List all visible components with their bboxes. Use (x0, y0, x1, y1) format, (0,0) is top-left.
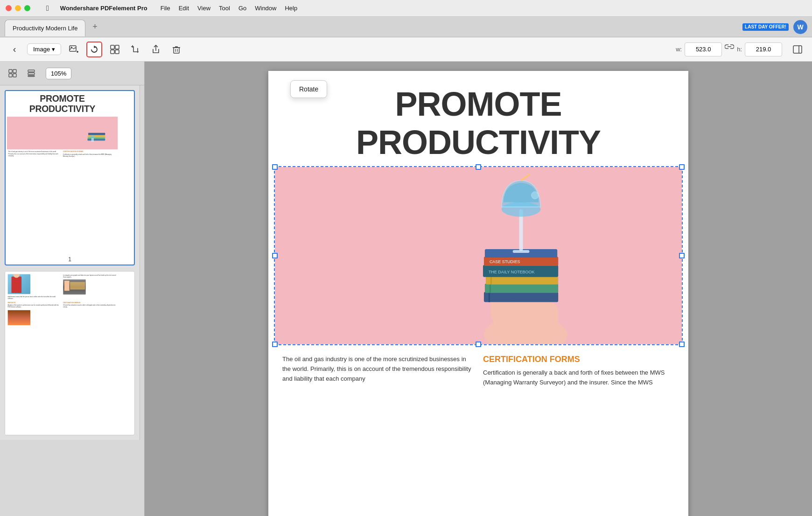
menu-file[interactable]: File (161, 5, 170, 12)
svg-point-45 (531, 192, 539, 199)
svg-rect-42 (513, 250, 530, 253)
resize-handle-tl[interactable] (272, 164, 278, 170)
resize-handle-mr[interactable] (679, 253, 685, 258)
menu-go[interactable]: Go (238, 5, 246, 12)
last-day-badge[interactable]: LAST DAY OFFER! (742, 23, 789, 31)
maximize-button[interactable] (24, 5, 30, 11)
resize-handle-tc[interactable] (476, 164, 481, 170)
pdf-content-area[interactable]: PROMOTE PRODUCTIVITY (145, 62, 812, 516)
svg-rect-33 (490, 284, 491, 293)
svg-rect-34 (486, 276, 558, 285)
crop-button[interactable] (127, 42, 143, 57)
svg-rect-20 (28, 73, 35, 75)
share-button[interactable] (148, 42, 164, 57)
svg-rect-22 (275, 167, 682, 344)
trash-icon (171, 44, 182, 55)
selected-image[interactable]: THE DAILY NOTEBOOK CASE STUDIES (274, 166, 683, 345)
image-dropdown-label: Image (33, 46, 50, 53)
svg-rect-6 (111, 50, 114, 54)
svg-rect-30 (484, 292, 558, 302)
last-day-text: LAST DAY OFFER! (745, 24, 786, 30)
menu-edit[interactable]: Edit (179, 5, 189, 12)
menubar:  Wondershare PDFelement Pro File Edit V… (0, 0, 812, 17)
window-controls (6, 5, 30, 11)
panel-toggle-button[interactable] (790, 42, 805, 57)
add-image-button[interactable] (66, 42, 82, 57)
rotate-button[interactable] (86, 42, 102, 57)
main-area: 105% PROMOTE PRODUCTIVITY (0, 62, 812, 516)
share-icon (151, 44, 161, 55)
add-image-icon (69, 44, 79, 55)
svg-rect-21 (28, 76, 35, 77)
back-arrow-icon: ‹ (13, 44, 16, 55)
chevron-down-icon: ▾ (52, 46, 55, 53)
width-label: w: (676, 46, 682, 53)
menu-tool[interactable]: Tool (219, 5, 230, 12)
svg-text:THE DAILY NOTEBOOK: THE DAILY NOTEBOOK (489, 270, 535, 274)
tab-right-icons: LAST DAY OFFER! W (742, 20, 807, 34)
grid-view-button[interactable] (5, 65, 21, 81)
link-icon (725, 44, 734, 55)
grid-button[interactable] (107, 42, 123, 57)
avatar[interactable]: W (793, 20, 807, 34)
svg-rect-5 (115, 45, 119, 49)
height-label: h: (737, 46, 742, 53)
image-dropdown[interactable]: Image ▾ (27, 43, 61, 55)
menu-help[interactable]: Help (285, 5, 297, 12)
resize-handle-tr[interactable] (679, 164, 685, 170)
sidebar: PROMOTE PRODUCTIVITY (0, 85, 140, 440)
toolbar: ‹ Image ▾ Rotate (0, 37, 812, 62)
menu-window[interactable]: Window (255, 5, 276, 12)
new-tab-button[interactable]: + (88, 21, 101, 34)
grid-view-icon (8, 69, 17, 77)
close-button[interactable] (6, 5, 12, 11)
resize-handle-br[interactable] (679, 342, 685, 347)
pdf-body: The oil and gas industry is one of the m… (268, 345, 688, 397)
svg-rect-16 (13, 70, 16, 73)
svg-rect-31 (489, 292, 490, 302)
delete-button[interactable] (168, 42, 184, 57)
body-left-text: The oil and gas industry is one of the m… (282, 355, 474, 388)
back-button[interactable]: ‹ (7, 42, 22, 57)
tabbar: Productivity Modern Life + LAST DAY OFFE… (0, 17, 812, 37)
pdf-title: PROMOTE PRODUCTIVITY (268, 71, 688, 166)
apple-icon[interactable]:  (46, 4, 49, 13)
height-input[interactable] (745, 42, 782, 56)
svg-rect-35 (490, 276, 492, 285)
svg-rect-32 (485, 284, 558, 293)
panel-icon (792, 44, 803, 55)
rotate-tooltip: Rotate (290, 80, 327, 98)
active-tab[interactable]: Productivity Modern Life (5, 20, 85, 36)
pdf-page: PROMOTE PRODUCTIVITY (268, 71, 688, 516)
dimensions-inputs: w: h: (676, 42, 805, 57)
minimize-button[interactable] (15, 5, 21, 11)
resize-handle-bc[interactable] (476, 342, 481, 347)
thumbnail-1[interactable]: PROMOTE PRODUCTIVITY (5, 90, 135, 265)
svg-rect-18 (13, 74, 16, 77)
svg-rect-13 (793, 46, 802, 53)
rotate-tooltip-text: Rotate (299, 85, 318, 93)
tab-title: Productivity Modern Life (13, 25, 77, 32)
zoom-value: 105% (51, 70, 66, 77)
menu-view[interactable]: View (197, 5, 210, 12)
svg-rect-15 (9, 70, 12, 73)
book-glass-illustration: THE DAILY NOTEBOOK CASE STUDIES (275, 167, 682, 344)
width-input[interactable] (685, 42, 722, 56)
svg-rect-7 (115, 50, 119, 54)
grid-icon (110, 44, 120, 55)
cert-text: Certification is generally a back and fo… (483, 368, 674, 388)
svg-point-1 (71, 47, 72, 48)
crop-icon (130, 44, 140, 55)
svg-rect-4 (111, 45, 114, 49)
thumbnail-2[interactable]: attachments means that the person has to… (5, 271, 135, 435)
resize-handle-ml[interactable] (272, 253, 278, 258)
page-1-number: 1 (6, 254, 134, 265)
zoom-display[interactable]: 105% (46, 68, 71, 79)
app-name: Wondershare PDFelement Pro (60, 5, 147, 12)
resize-handle-bl[interactable] (272, 342, 278, 347)
scroll-view-icon (27, 69, 35, 77)
body-left-paragraph: The oil and gas industry is one of the m… (282, 355, 474, 384)
svg-text:CASE STUDIES: CASE STUDIES (490, 259, 520, 264)
cert-title: CERTIFICATION FORMS (483, 355, 674, 364)
scroll-view-button[interactable] (23, 65, 39, 81)
